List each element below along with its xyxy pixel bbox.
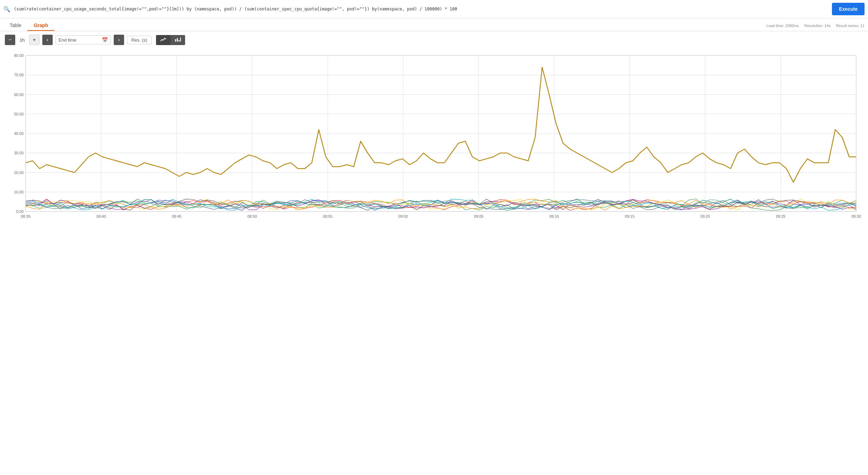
tab-table[interactable]: Table bbox=[3, 20, 27, 31]
end-time-box[interactable]: End time 📅 bbox=[55, 35, 111, 44]
meta-info: Load time: 2090ms Resolution: 14s Result… bbox=[766, 24, 865, 28]
tab-group: Table Graph bbox=[3, 20, 54, 31]
resolution-button[interactable]: Res. (s) bbox=[127, 36, 152, 44]
tab-graph[interactable]: Graph bbox=[27, 20, 54, 31]
line-chart-button[interactable] bbox=[156, 35, 171, 45]
execute-button[interactable]: Execute bbox=[832, 3, 865, 15]
load-time: Load time: 2090ms bbox=[766, 24, 799, 28]
duration-label: 1h bbox=[18, 37, 26, 43]
calendar-icon: 📅 bbox=[102, 37, 108, 43]
time-series-chart bbox=[5, 49, 863, 229]
prev-time-button[interactable]: ‹ bbox=[42, 35, 53, 45]
end-time-label: End time bbox=[59, 37, 100, 43]
chart-container bbox=[5, 49, 863, 230]
controls-bar: − 1h + ‹ End time 📅 › Res. (s) bbox=[0, 31, 868, 49]
decrease-duration-button[interactable]: − bbox=[5, 35, 15, 45]
search-icon: 🔍 bbox=[3, 6, 10, 12]
result-series: Result series: 11 bbox=[836, 24, 865, 28]
increase-duration-button[interactable]: + bbox=[29, 35, 40, 45]
next-time-button[interactable]: › bbox=[114, 35, 124, 45]
chart-type-group bbox=[156, 35, 185, 45]
svg-rect-3 bbox=[180, 37, 181, 42]
svg-rect-2 bbox=[179, 40, 180, 42]
tabs-row: Table Graph Load time: 2090ms Resolution… bbox=[0, 18, 868, 31]
query-bar: 🔍 (sum(rate(container_cpu_usage_seconds_… bbox=[0, 0, 868, 18]
query-input[interactable]: (sum(rate(container_cpu_usage_seconds_to… bbox=[14, 6, 828, 12]
svg-rect-0 bbox=[175, 39, 176, 42]
svg-rect-1 bbox=[177, 38, 178, 42]
bar-chart-button[interactable] bbox=[171, 35, 185, 45]
resolution: Resolution: 14s bbox=[804, 24, 831, 28]
